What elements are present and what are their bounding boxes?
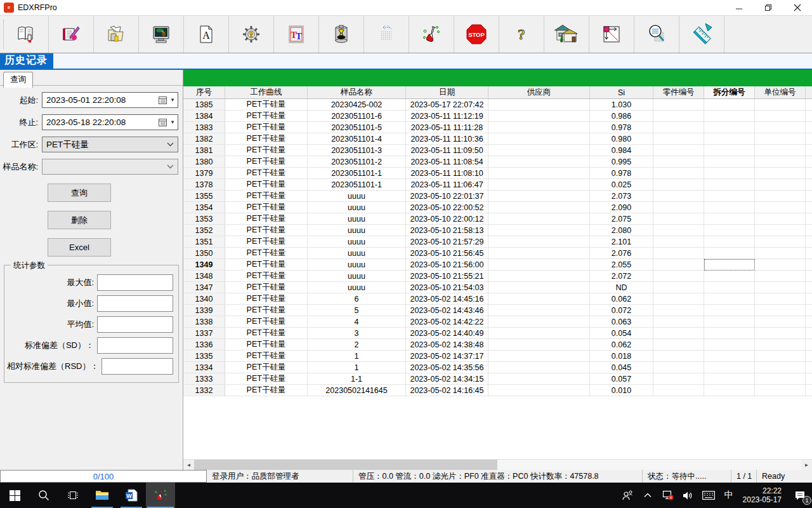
table-cell[interactable] xyxy=(755,110,806,122)
table-cell[interactable]: uuuu xyxy=(308,190,406,202)
row-index-cell[interactable]: 1380 xyxy=(183,156,225,168)
table-cell[interactable] xyxy=(653,316,704,328)
table-cell[interactable] xyxy=(653,362,704,373)
table-cell[interactable]: uuuu xyxy=(308,213,406,225)
table-cell[interactable]: uuuu xyxy=(308,259,406,271)
network-icon[interactable] xyxy=(658,483,678,508)
table-cell[interactable]: 2023051101-2 xyxy=(308,156,406,168)
table-cell[interactable]: PET干硅量 xyxy=(225,179,308,190)
restore-button[interactable] xyxy=(754,0,783,15)
table-cell[interactable] xyxy=(488,236,590,248)
row-index-cell[interactable]: 1333 xyxy=(183,373,225,385)
table-cell[interactable] xyxy=(653,328,704,339)
column-header[interactable]: 日期 xyxy=(406,86,488,98)
table-cell[interactable]: 0.010 xyxy=(590,385,653,396)
table-cell[interactable]: 2023-05-02 14:43:46 xyxy=(406,305,488,316)
table-row[interactable]: 1379PET干硅量2023051101-12023-05-11 11:08:1… xyxy=(183,168,812,179)
book-icon[interactable] xyxy=(4,16,49,53)
table-row[interactable]: 1338PET干硅量42023-05-02 14:42:220.063 xyxy=(183,316,812,328)
row-index-cell[interactable]: 1336 xyxy=(183,339,225,351)
taskbar-clock[interactable]: 22:22 2023-05-17 xyxy=(739,483,788,508)
table-cell[interactable] xyxy=(653,282,704,293)
table-cell[interactable] xyxy=(653,271,704,282)
table-cell[interactable] xyxy=(704,156,755,168)
table-cell[interactable]: PET干硅量 xyxy=(225,202,308,213)
table-cell[interactable] xyxy=(488,133,590,145)
table-cell[interactable] xyxy=(704,236,755,248)
table-row[interactable]: 1383PET干硅量2023051101-52023-05-11 11:11:2… xyxy=(183,122,812,133)
scroll-left-arrow[interactable]: ◄ xyxy=(183,460,194,470)
table-cell[interactable] xyxy=(653,305,704,316)
table-cell[interactable] xyxy=(653,202,704,213)
table-cell[interactable] xyxy=(755,156,806,168)
row-index-cell[interactable]: 1352 xyxy=(183,225,225,236)
table-cell[interactable]: PET干硅量 xyxy=(225,190,308,202)
table-cell[interactable] xyxy=(653,351,704,362)
table-cell[interactable]: 0.072 xyxy=(590,305,653,316)
table-cell[interactable]: 2023-05-02 14:38:48 xyxy=(406,339,488,351)
table-cell[interactable] xyxy=(653,236,704,248)
table-row[interactable]: 1348PET干硅量uuuu2023-05-10 21:55:212.072 xyxy=(183,271,812,282)
avg-input[interactable] xyxy=(97,316,173,333)
table-cell[interactable]: ND xyxy=(590,282,653,293)
table-cell[interactable] xyxy=(653,156,704,168)
table-cell[interactable] xyxy=(488,259,590,271)
table-cell[interactable] xyxy=(488,213,590,225)
table-cell[interactable]: 2023-05-10 21:56:00 xyxy=(406,259,488,271)
table-row[interactable]: 1354PET干硅量uuuu2023-05-10 22:00:522.090 xyxy=(183,202,812,213)
table-cell[interactable]: 1 xyxy=(308,351,406,362)
document-a-icon[interactable]: A xyxy=(184,16,229,53)
volume-icon[interactable] xyxy=(678,483,698,508)
table-cell[interactable] xyxy=(653,99,704,110)
table-cell[interactable]: PET干硅量 xyxy=(225,133,308,145)
table-cell[interactable]: PET干硅量 xyxy=(225,110,308,122)
table-cell[interactable]: 2023-05-10 21:58:13 xyxy=(406,225,488,236)
table-cell[interactable]: 0.057 xyxy=(590,373,653,385)
table-cell[interactable]: 0.980 xyxy=(590,133,653,145)
table-cell[interactable]: PET干硅量 xyxy=(225,351,308,362)
row-index-cell[interactable]: 1347 xyxy=(183,282,225,293)
row-index-cell[interactable]: 1332 xyxy=(183,385,225,396)
table-cell[interactable] xyxy=(488,168,590,179)
delete-button[interactable]: 删除 xyxy=(48,211,111,229)
table-cell[interactable]: 2023-05-11 11:10:36 xyxy=(406,133,488,145)
table-cell[interactable] xyxy=(755,271,806,282)
rsd-input[interactable] xyxy=(102,358,173,375)
sample-name-select[interactable] xyxy=(42,159,178,175)
table-row[interactable]: 1352PET干硅量uuuu2023-05-10 21:58:132.080 xyxy=(183,225,812,236)
font-tt-icon[interactable]: TT xyxy=(274,16,319,53)
table-cell[interactable] xyxy=(488,339,590,351)
max-input[interactable] xyxy=(97,274,173,291)
scrollbar-track[interactable] xyxy=(497,460,801,470)
table-row[interactable]: 1335PET干硅量12023-05-02 14:37:170.018 xyxy=(183,351,812,362)
table-cell[interactable]: 2023-05-02 14:45:16 xyxy=(406,293,488,305)
table-cell[interactable] xyxy=(488,351,590,362)
table-cell[interactable] xyxy=(704,328,755,339)
table-cell[interactable]: 2023-05-02 14:37:17 xyxy=(406,351,488,362)
table-cell[interactable] xyxy=(653,373,704,385)
table-cell[interactable]: 4 xyxy=(308,316,406,328)
folder-icon[interactable] xyxy=(94,16,139,53)
table-cell[interactable] xyxy=(755,385,806,396)
table-cell[interactable] xyxy=(488,373,590,385)
stop-icon[interactable]: STOP xyxy=(454,16,499,53)
table-cell[interactable]: 2.073 xyxy=(590,190,653,202)
table-cell[interactable] xyxy=(488,385,590,396)
touch-keyboard-icon[interactable] xyxy=(698,483,719,508)
table-cell[interactable] xyxy=(755,202,806,213)
table-cell[interactable]: 0.062 xyxy=(590,339,653,351)
row-index-cell[interactable]: 1385 xyxy=(183,99,225,110)
row-index-cell[interactable]: 1378 xyxy=(183,179,225,190)
table-cell[interactable]: uuuu xyxy=(308,225,406,236)
table-cell[interactable]: uuuu xyxy=(308,248,406,259)
column-header[interactable]: 零件编号 xyxy=(653,86,704,98)
counter-icon[interactable] xyxy=(364,16,409,53)
table-row[interactable]: 1350PET干硅量uuuu2023-05-10 21:56:452.076 xyxy=(183,248,812,259)
table-cell[interactable]: 2.076 xyxy=(590,248,653,259)
table-row[interactable]: 1336PET干硅量22023-05-02 14:38:480.062 xyxy=(183,339,812,351)
table-cell[interactable]: 1.030 xyxy=(590,99,653,110)
table-cell[interactable]: 0.062 xyxy=(590,293,653,305)
table-cell[interactable]: PET干硅量 xyxy=(225,236,308,248)
table-cell[interactable]: uuuu xyxy=(308,282,406,293)
table-cell[interactable] xyxy=(488,225,590,236)
